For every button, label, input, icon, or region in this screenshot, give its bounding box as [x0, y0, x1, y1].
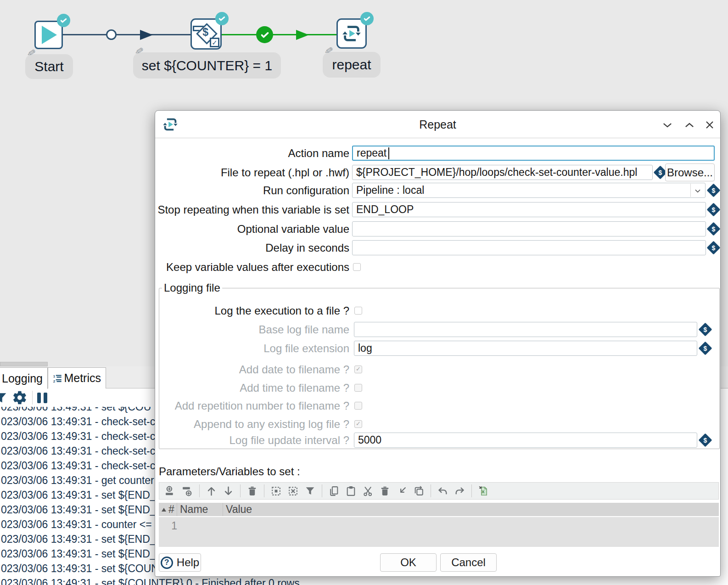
append-log-label: Append to any existing log file ?: [157, 416, 349, 432]
log-to-file-label: Log the execution to a file ?: [157, 303, 349, 318]
help-icon: ?: [161, 557, 173, 569]
params-table-row[interactable]: 1: [159, 517, 719, 547]
canvas-scrollbar[interactable]: [0, 362, 48, 366]
hop-workflow-window: $ ✓ ✎ Start ✎: [0, 0, 728, 585]
cancel-button[interactable]: Cancel: [440, 553, 497, 572]
metrics-tab-icon: 1 2: [53, 372, 62, 384]
keep-selected-rows-icon[interactable]: [396, 485, 408, 497]
hop-arrowhead-green-icon: [296, 30, 309, 40]
cut-rows-icon[interactable]: [362, 485, 374, 497]
svg-text:2: 2: [53, 379, 56, 383]
repeat-dialog: Repeat Action name File to repeat (.hpl …: [155, 110, 721, 577]
node-label-start[interactable]: ✎ Start: [25, 54, 73, 79]
tab-logging[interactable]: 1 g Logging: [0, 367, 48, 389]
ok-button-label: OK: [400, 556, 416, 569]
dialog-titlebar[interactable]: Repeat: [155, 111, 720, 138]
browse-button[interactable]: Browse...: [665, 163, 715, 181]
file-to-repeat-label: File to repeat (.hpl or .hwf): [157, 165, 349, 180]
help-button[interactable]: ? Help: [159, 553, 201, 572]
variable-icon: $: [707, 222, 721, 236]
base-log-name-input[interactable]: [354, 322, 697, 337]
export-to-excel-icon[interactable]: X: [478, 485, 489, 497]
add-date-label: Add date to filename ?: [157, 362, 349, 377]
edit-pencil-icon: ✎: [134, 45, 144, 58]
add-time-checkbox[interactable]: [354, 384, 362, 392]
params-table-header: # Name Value: [159, 503, 719, 517]
move-rows-up-icon[interactable]: [206, 485, 217, 497]
optional-value-label: Optional variable value: [157, 221, 349, 236]
column-header-name[interactable]: Name: [177, 503, 223, 516]
log-line: 023/03/06 13:49:31 - set ${COUNTER}.0 - …: [0, 576, 728, 585]
run-configuration-value: Pipeline : local: [356, 184, 424, 197]
select-all-rows-icon[interactable]: [270, 485, 282, 497]
undo-icon[interactable]: [437, 485, 448, 497]
node-label-text: set ${COUNTER} = 1: [142, 58, 272, 73]
close-icon[interactable]: [703, 118, 716, 131]
action-name-input[interactable]: [352, 146, 715, 161]
update-interval-input[interactable]: [354, 433, 697, 448]
toolbar-separator: [471, 484, 472, 497]
pause-log-icon[interactable]: [37, 393, 47, 403]
start-play-icon: [42, 26, 57, 44]
logging-file-group-title: Logging file: [162, 281, 222, 294]
chevron-down-icon[interactable]: [661, 118, 674, 131]
ok-button[interactable]: OK: [380, 553, 437, 572]
filter-rows-icon[interactable]: [304, 485, 316, 497]
tab-metrics[interactable]: 1 2 Metrics: [48, 367, 106, 389]
hop-arrowhead-navy-icon: [140, 30, 153, 40]
edit-pencil-icon: ✎: [26, 46, 36, 60]
variable-icon: $: [707, 203, 721, 217]
insert-row-after-icon[interactable]: [182, 485, 193, 497]
add-time-label: Add time to filename ?: [157, 380, 349, 395]
clear-rows-icon[interactable]: [246, 485, 258, 497]
tab-label: Metrics: [64, 371, 101, 385]
delay-input[interactable]: [352, 240, 706, 255]
column-header-num[interactable]: #: [159, 503, 177, 516]
edit-pencil-icon: ✎: [323, 44, 334, 57]
redo-icon[interactable]: [454, 485, 465, 497]
clear-selection-icon[interactable]: [287, 485, 299, 497]
insert-row-before-icon[interactable]: [165, 485, 176, 497]
chevron-up-icon[interactable]: [683, 118, 696, 131]
add-repetition-checkbox[interactable]: [354, 402, 362, 410]
dialog-title: Repeat: [155, 118, 720, 131]
variable-icon: $: [707, 241, 721, 255]
log-settings-gear-icon[interactable]: [12, 390, 28, 405]
append-log-checkbox[interactable]: ✓: [354, 420, 362, 428]
set-variable-checkbox-icon: ✓: [210, 38, 219, 47]
copy-rows-icon[interactable]: [328, 485, 340, 497]
combo-chevron-down-icon[interactable]: [690, 184, 705, 197]
delay-label: Delay in seconds: [157, 240, 349, 255]
log-extension-label: Log file extension: [157, 341, 349, 356]
toolbar-separator: [240, 484, 241, 497]
node-label-repeat[interactable]: ✎ repeat: [323, 52, 381, 78]
filter-log-icon[interactable]: [0, 391, 9, 405]
file-to-repeat-input[interactable]: [352, 165, 653, 180]
keep-values-checkbox[interactable]: [353, 263, 361, 271]
hop-midpoint-dot: [106, 29, 117, 40]
log-to-file-checkbox[interactable]: [354, 307, 362, 315]
stop-variable-input[interactable]: [352, 202, 706, 217]
duplicate-row-icon[interactable]: [413, 485, 425, 497]
column-header-value[interactable]: Value: [223, 503, 719, 516]
node-label-set-counter[interactable]: ✎ set ${COUNTER} = 1: [133, 52, 281, 79]
svg-text:1: 1: [53, 374, 56, 378]
node-label-text: repeat: [332, 57, 371, 73]
add-date-checkbox[interactable]: ✓: [354, 366, 362, 373]
row-number: 1: [162, 520, 177, 532]
toolbar-separator: [431, 484, 431, 497]
browse-button-label: Browse...: [667, 166, 713, 179]
log-extension-input[interactable]: [354, 341, 697, 356]
delete-rows-icon[interactable]: [379, 485, 391, 497]
paste-rows-icon[interactable]: [345, 485, 357, 497]
variable-icon: $: [707, 184, 721, 197]
run-configuration-combo[interactable]: Pipeline : local: [352, 183, 706, 198]
toolbar-separator: [264, 484, 264, 497]
stop-variable-label: Stop repeating when this variable is set: [157, 202, 349, 217]
move-rows-down-icon[interactable]: [223, 485, 234, 497]
optional-value-input[interactable]: [352, 221, 706, 236]
toolbar-separator: [322, 484, 322, 497]
toolbar-separator: [199, 484, 200, 497]
repeat-loop-icon: [341, 22, 363, 45]
add-repetition-label: Add repetition number to filename ?: [157, 398, 349, 413]
